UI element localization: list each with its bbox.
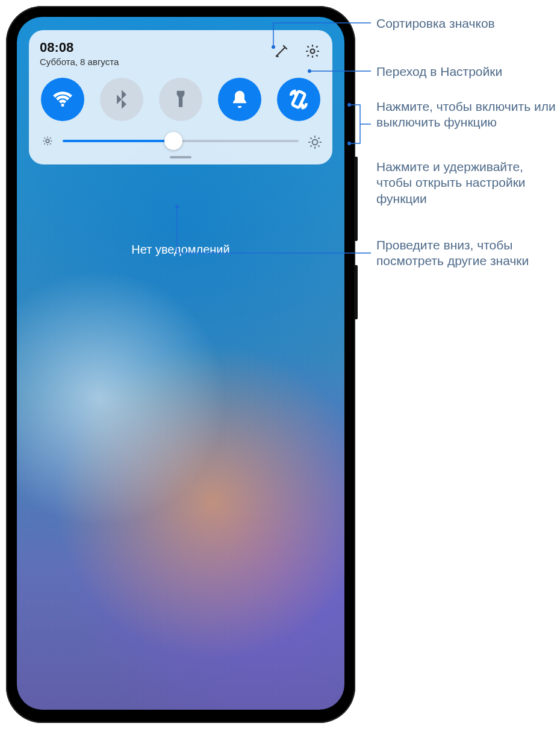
quick-settings-panel: 08:08 Суббота, 8 августа [29,30,332,164]
brightness-track[interactable] [63,140,299,142]
edit-icon[interactable] [272,42,290,60]
sound-toggle[interactable] [218,78,261,121]
screen: 08:08 Суббота, 8 августа [17,17,344,710]
svg-point-1 [61,104,64,107]
callout-open-settings: Переход в Настройки [376,64,557,80]
header-icons [272,40,322,60]
brightness-high-icon [307,134,320,148]
power-button[interactable] [354,265,358,319]
bluetooth-toggle[interactable] [100,78,143,121]
wifi-toggle[interactable] [41,78,84,121]
brightness-slider[interactable] [40,134,322,150]
svg-point-3 [46,139,49,143]
gear-icon[interactable] [303,42,322,60]
phone-frame: 08:08 Суббота, 8 августа [6,6,355,723]
drag-handle[interactable] [170,156,191,158]
quick-toggles-row [40,78,322,121]
brightness-thumb[interactable] [164,132,182,150]
brightness-low-icon [41,134,54,148]
brightness-fill [63,140,173,142]
callout-long-press: Нажмите и удерживайте, чтобы открыть нас… [376,159,557,207]
statusbar-time: 08:08 [40,40,119,55]
volume-button[interactable] [354,157,358,241]
callout-sort-icons: Сортировка значков [376,16,557,31]
no-notifications-label: Нет уведомлений [17,243,344,257]
statusbar-date: Суббота, 8 августа [40,57,119,67]
autorotate-toggle[interactable] [277,78,320,121]
svg-point-0 [311,49,315,54]
panel-header: 08:08 Суббота, 8 августа [40,40,322,67]
flashlight-toggle[interactable] [159,78,202,121]
callout-tap-toggle: Нажмите, чтобы включить или выключить фу… [376,99,557,131]
callout-swipe-down: Проведите вниз, чтобы посмотреть другие … [376,237,557,269]
clock-block: 08:08 Суббота, 8 августа [40,40,119,67]
svg-point-4 [313,140,318,145]
